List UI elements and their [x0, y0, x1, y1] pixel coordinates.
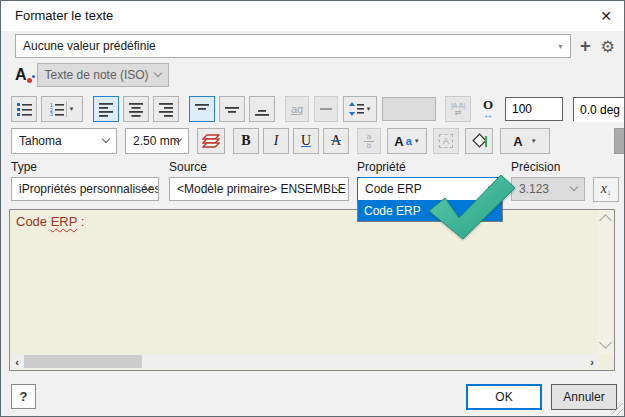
numbered-list-button[interactable]: 123 ▼ [41, 96, 83, 122]
underline-icon: U [301, 133, 311, 149]
layers-button[interactable] [197, 128, 225, 154]
dialog-title: Formater le texte [15, 1, 113, 31]
stretch-text-icon: |A A|⇄ [451, 102, 465, 117]
fill-color-button[interactable] [465, 128, 493, 154]
insert-variable-button[interactable]: x ↓ [593, 177, 619, 202]
horizontal-scrollbar[interactable]: ‹ › [11, 354, 598, 369]
case-small-letter: a [406, 135, 412, 147]
stacked-fraction-button: a b [357, 128, 381, 154]
valign-bottom-icon [254, 102, 270, 117]
dash-icon [320, 108, 332, 110]
preset-combobox[interactable]: Aucune valeur prédéfinie ▼ [15, 34, 571, 58]
align-center-icon [128, 102, 144, 117]
help-button[interactable]: ? [11, 384, 36, 409]
property-value: Code ERP [365, 182, 422, 196]
cancel-button[interactable]: Annuler [551, 384, 617, 410]
source-label: Source [169, 160, 207, 174]
svg-text:3: 3 [50, 111, 53, 116]
editor-text-after: : [77, 214, 84, 229]
chevron-down-icon [570, 183, 578, 191]
checkmark-cursor-icon [419, 171, 519, 243]
baseline-button: ag [285, 96, 309, 122]
add-preset-icon[interactable]: + [580, 36, 591, 57]
bold-icon: B [241, 133, 250, 149]
stretch-text-button: |A A|⇄ [445, 96, 471, 122]
baseline-icon: ag [291, 103, 303, 115]
question-mark-icon: ? [20, 389, 28, 404]
font-size-combobox[interactable]: 2.50 mm [125, 128, 189, 154]
underline-button[interactable]: U [293, 128, 319, 154]
chevron-down-icon [102, 135, 110, 143]
red-dot [27, 78, 32, 83]
scroll-up-icon[interactable] [599, 214, 612, 227]
down-arrow-icon: ↓ [607, 187, 612, 197]
type-label: Type [11, 160, 37, 174]
symbol-combobox[interactable]: ° ▼ [614, 128, 625, 154]
strikethrough-icon: A [331, 133, 341, 149]
valign-middle-button[interactable] [219, 96, 245, 122]
align-right-icon [158, 102, 174, 117]
change-case-button[interactable]: A a ▼ [387, 128, 427, 154]
text-style-combobox: Texte de note (ISO) [37, 63, 169, 87]
ok-button[interactable]: OK [466, 384, 542, 410]
line-spacing-button[interactable]: ▼ [343, 96, 377, 122]
align-center-button[interactable] [123, 96, 149, 122]
valign-bottom-button[interactable] [249, 96, 275, 122]
font-color-button[interactable]: A ▼ [500, 128, 550, 154]
source-value: <Modèle primaire> ENSEMBLE GA [177, 182, 349, 196]
chevron-down-icon [153, 69, 161, 77]
property-label: Propriété [357, 160, 406, 174]
font-color-letter: A [513, 134, 522, 149]
scroll-right-icon[interactable]: › [586, 355, 598, 368]
font-size-value: 2.50 mm [133, 134, 180, 148]
scroll-down-icon[interactable] [599, 336, 612, 349]
gear-icon[interactable]: ⚙ [601, 37, 615, 56]
text-editor[interactable]: Code ERP : ‹ › [9, 209, 615, 371]
type-combobox[interactable]: iPropriétés personnalisées [11, 177, 159, 201]
scroll-left-icon[interactable]: ‹ [11, 355, 23, 368]
chevron-down-icon: ▼ [366, 106, 372, 112]
text-style-icon: A [15, 66, 27, 84]
valign-top-icon [194, 102, 210, 117]
precision-combobox: 3.123 [511, 177, 585, 201]
width-factor-icon: O ↔ [478, 96, 498, 122]
bold-button[interactable]: B [233, 128, 259, 154]
precision-value: 3.123 [519, 182, 549, 196]
italic-button[interactable]: I [263, 128, 289, 154]
vertical-scrollbar[interactable] [598, 211, 613, 354]
dash-button [314, 96, 338, 122]
angle-field[interactable]: ❯ [573, 97, 625, 121]
symbol-value: ° [615, 129, 625, 153]
stacked-fraction-icon: a b [364, 133, 374, 150]
line-spacing-icon [349, 102, 364, 116]
valign-top-button[interactable] [189, 96, 215, 122]
align-left-button[interactable] [93, 96, 119, 122]
text-style-value: Texte de note (ISO) [45, 68, 149, 82]
blue-dot [32, 75, 35, 78]
bullet-list-button[interactable] [11, 96, 37, 122]
chevron-down-icon: ▼ [531, 138, 537, 144]
source-combobox[interactable]: <Modèle primaire> ENSEMBLE GA [169, 177, 349, 201]
valign-middle-icon [224, 102, 240, 117]
paint-bucket-icon [471, 133, 488, 149]
width-factor-input[interactable] [505, 97, 563, 121]
preset-value: Aucune valeur prédéfinie [23, 39, 156, 53]
horizontal-scroll-thumb[interactable] [24, 355, 142, 368]
angle-input[interactable] [574, 98, 625, 122]
close-icon[interactable]: ✕ [594, 5, 618, 27]
format-text-dialog: Formater le texte ✕ Aucune valeur prédéf… [0, 0, 625, 417]
bullet-list-icon [17, 102, 32, 116]
titlebar: Formater le texte ✕ [1, 1, 624, 31]
font-value: Tahoma [19, 134, 62, 148]
align-right-button[interactable] [153, 96, 179, 122]
text-box-button: A [433, 128, 459, 154]
italic-icon: I [274, 133, 279, 149]
font-combobox[interactable]: Tahoma [11, 128, 117, 154]
editor-content[interactable]: Code ERP : [16, 214, 84, 229]
align-left-icon [98, 102, 114, 117]
chevron-down-icon: ▼ [557, 43, 564, 50]
chevron-down-icon: ▼ [69, 106, 75, 112]
strikethrough-button[interactable]: A [323, 128, 349, 154]
editor-text-before: Code [16, 214, 51, 229]
spacing-value-field [382, 97, 436, 121]
